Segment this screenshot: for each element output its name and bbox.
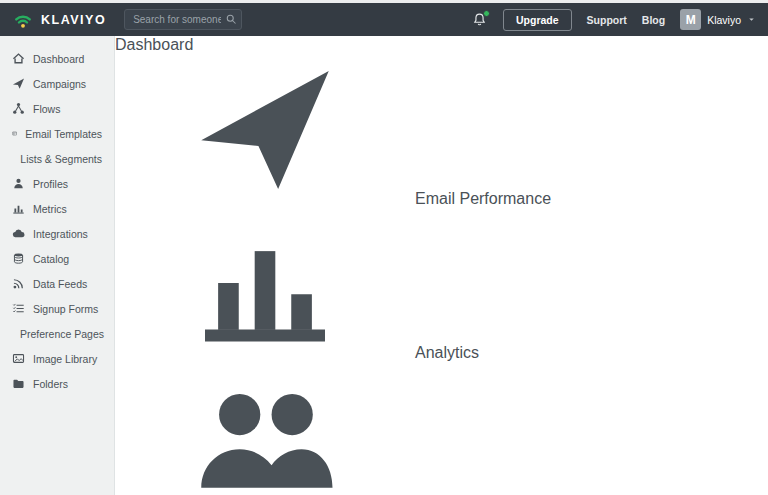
blog-link[interactable]: Blog	[642, 14, 665, 26]
sidebar-item-label: Email Templates	[25, 128, 102, 140]
sidebar-item-label: Folders	[33, 378, 68, 390]
dashboard-tabs: Email Performance Analytics Lists & Segm…	[115, 54, 768, 495]
notifications-button[interactable]	[472, 12, 488, 28]
sidebar-item-label: Dashboard	[33, 53, 84, 65]
user-name: Klaviyo	[707, 14, 741, 26]
navbar-search	[124, 9, 242, 30]
flow-branch-icon	[12, 102, 25, 115]
page-header: Dashboard Email Performance Analytics Li…	[115, 36, 768, 495]
paper-plane-icon	[12, 77, 25, 90]
sidebar-item-lists-segments[interactable]: Lists & Segments	[0, 146, 114, 171]
bar-chart-icon	[115, 208, 415, 358]
klaviyo-logo[interactable]: KLAVIYO	[12, 11, 106, 29]
tab-label: Email Performance	[415, 190, 551, 207]
sidebar-item-label: Profiles	[33, 178, 68, 190]
brand-name: KLAVIYO	[41, 13, 106, 27]
sidebar-item-dashboard[interactable]: Dashboard	[0, 46, 114, 71]
sidebar-item-signup-forms[interactable]: Signup Forms	[0, 296, 114, 321]
folder-icon	[12, 377, 25, 390]
sidebar-item-label: Signup Forms	[33, 303, 98, 315]
tab-analytics[interactable]: Analytics	[115, 208, 768, 362]
template-icon	[12, 127, 17, 140]
form-list-icon	[12, 302, 25, 315]
klaviyo-brand-icon	[12, 11, 34, 29]
top-navbar: KLAVIYO Upgrade Support Blog M Klaviyo	[0, 3, 768, 36]
sidebar-item-image-library[interactable]: Image Library	[0, 346, 114, 371]
sidebar-item-campaigns[interactable]: Campaigns	[0, 71, 114, 96]
sidebar-item-label: Image Library	[33, 353, 97, 365]
sidebar-item-label: Metrics	[33, 203, 67, 215]
support-link[interactable]: Support	[587, 14, 627, 26]
sidebar-item-integrations[interactable]: Integrations	[0, 221, 114, 246]
paper-plane-icon	[115, 54, 415, 204]
sidebar-item-profiles[interactable]: Profiles	[0, 171, 114, 196]
tab-email-performance[interactable]: Email Performance	[115, 54, 768, 208]
sidebar-item-label: Catalog	[33, 253, 69, 265]
sidebar: Dashboard Campaigns Flows Email Template…	[0, 36, 115, 495]
rss-icon	[12, 277, 25, 290]
sidebar-item-preference-pages[interactable]: Preference Pages	[0, 321, 114, 346]
sidebar-item-label: Lists & Segments	[20, 153, 102, 165]
user-menu[interactable]: M Klaviyo	[680, 9, 756, 30]
bar-chart-icon	[12, 202, 25, 215]
sidebar-item-data-feeds[interactable]: Data Feeds	[0, 271, 114, 296]
app-window: KLAVIYO Upgrade Support Blog M Klaviyo D…	[0, 0, 768, 495]
chevron-down-icon	[747, 15, 756, 24]
sidebar-item-label: Preference Pages	[20, 328, 104, 340]
people-icon	[115, 362, 415, 495]
tab-lists-segments[interactable]: Lists & Segments	[115, 362, 768, 495]
avatar: M	[680, 9, 701, 30]
sidebar-item-label: Campaigns	[33, 78, 86, 90]
sidebar-item-label: Flows	[33, 103, 60, 115]
sidebar-item-flows[interactable]: Flows	[0, 96, 114, 121]
search-icon[interactable]	[225, 13, 237, 25]
database-icon	[12, 252, 25, 265]
page-title: Dashboard	[115, 36, 768, 54]
upgrade-button[interactable]: Upgrade	[503, 9, 572, 31]
main-content: Dashboard Email Performance Analytics Li…	[115, 36, 768, 495]
tab-label: Analytics	[415, 344, 479, 361]
sidebar-item-email-templates[interactable]: Email Templates	[0, 121, 114, 146]
cloud-icon	[12, 227, 25, 240]
navbar-right: Upgrade Support Blog M Klaviyo	[472, 9, 756, 31]
sidebar-item-label: Integrations	[33, 228, 88, 240]
sidebar-item-metrics[interactable]: Metrics	[0, 196, 114, 221]
sidebar-item-label: Data Feeds	[33, 278, 87, 290]
sidebar-item-catalog[interactable]: Catalog	[0, 246, 114, 271]
sidebar-item-folders[interactable]: Folders	[0, 371, 114, 396]
home-icon	[12, 52, 25, 65]
image-icon	[12, 352, 25, 365]
notification-badge	[483, 10, 490, 17]
person-icon	[12, 177, 25, 190]
